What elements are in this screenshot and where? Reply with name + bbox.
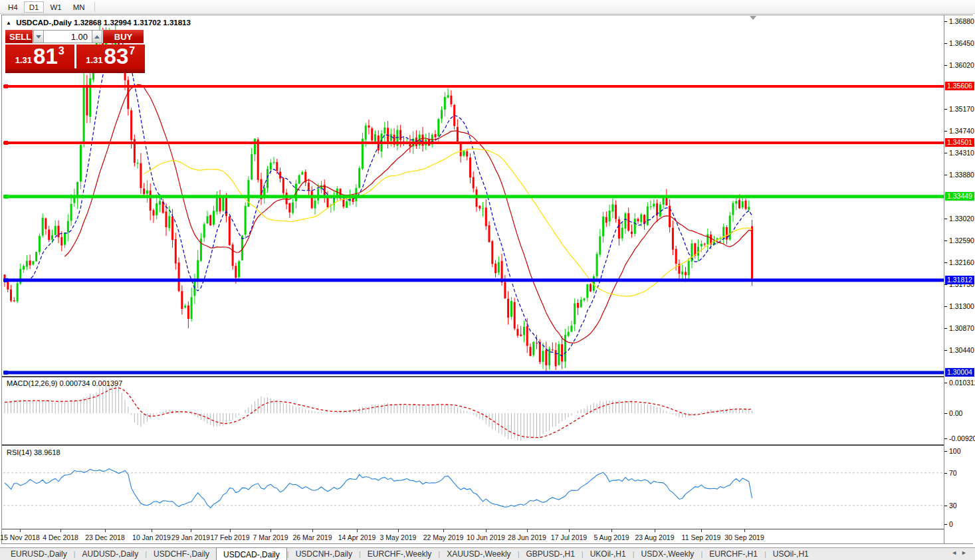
date-label: 28 Jun 2019 (508, 533, 546, 541)
date-label: 7 Mar 2019 (253, 533, 288, 541)
axis-tick (944, 21, 947, 22)
date-tick (60, 529, 61, 532)
axis-tick (944, 131, 947, 132)
axis-tick (944, 262, 947, 263)
axis-tick (944, 328, 947, 329)
price-tag-1.33449: 1.33449 (945, 192, 974, 201)
main-macd-separator[interactable] (2, 376, 973, 377)
axis-tick (944, 219, 947, 219)
tab-eurchf-weekly[interactable]: EURCHF-,Weekly (361, 548, 438, 560)
tab-gbpusd-h1[interactable]: GBPUSD-,H1 (519, 548, 581, 560)
volume-decrease-button[interactable] (33, 30, 44, 43)
tab-eurusd-daily[interactable]: EURUSD-,Daily (4, 548, 74, 560)
horizontal-line-1.31812[interactable] (3, 278, 944, 282)
date-label: 29 Jan 2019 (171, 533, 210, 541)
date-tick (312, 529, 313, 532)
date-tick (20, 529, 21, 532)
sell-button[interactable]: SELL (5, 30, 33, 43)
date-tick (398, 529, 399, 532)
date-label: 23 Dec 2018 (85, 533, 125, 541)
moving-average-20 (65, 84, 752, 343)
price-axis: 1.368801.364501.360201.351701.347401.343… (944, 15, 974, 543)
price-axis-tick-label: 1.30440 (949, 346, 974, 354)
timeframe-button-mn[interactable]: MN (68, 1, 90, 13)
price-axis-tick-label: 1.35170 (949, 105, 974, 113)
tab-usdcnh-daily[interactable]: USDCNH-,Daily (289, 548, 359, 560)
date-tick (357, 529, 358, 532)
chart-tabs-bar: EURUSD-,Daily|AUDUSD-,Daily|USDCHF-,Dail… (0, 547, 975, 560)
macd-axis-label: 0.010311 (949, 379, 975, 387)
volume-input[interactable] (44, 30, 92, 43)
timeframe-toolbar: H4D1W1MN (0, 0, 975, 14)
chart-ohlc-values: 1.32868 1.32994 1.31702 1.31813 (74, 19, 191, 27)
chart-shift-marker-icon[interactable] (750, 16, 756, 20)
rsi-indicator-chart[interactable] (3, 446, 944, 528)
price-tag-1.34501: 1.34501 (945, 138, 974, 147)
timeframe-button-h4[interactable]: H4 (3, 1, 23, 13)
macd-axis-label: 0.00 (949, 409, 962, 417)
price-tag-1.30004: 1.30004 (945, 368, 974, 377)
axis-tick (944, 240, 947, 241)
axis-tick (944, 438, 947, 439)
date-tick (230, 529, 231, 532)
price-axis-tick-label: 1.33020 (949, 215, 974, 223)
date-label: 15 Nov 2018 (0, 533, 40, 541)
horizontal-line-1.34501[interactable] (3, 141, 944, 144)
date-label: 26 Mar 2019 (293, 533, 332, 541)
horizontal-line-1.30004[interactable] (3, 371, 944, 374)
volume-increase-button[interactable] (92, 30, 102, 43)
date-label: 11 Sep 2019 (682, 533, 721, 541)
tab-scroll-left-icon[interactable]: ◄ (951, 549, 961, 556)
timeframe-button-d1[interactable]: D1 (24, 1, 45, 13)
collapse-panel-arrow-icon[interactable]: ▲ (6, 20, 11, 26)
date-label: 10 Jan 2019 (132, 533, 171, 541)
buy-price-big: 83 (104, 47, 129, 66)
one-click-panel-shadow (5, 68, 145, 73)
tab-usdcad-daily[interactable]: USDCAD-,Daily (216, 547, 287, 560)
price-axis-tick-label: 1.36880 (949, 17, 974, 25)
tab-ukoil-h1[interactable]: UKOil-,H1 (584, 548, 633, 560)
macd-indicator-chart[interactable] (3, 377, 944, 444)
price-tag-1.31812: 1.31812 (945, 276, 974, 284)
price-axis-tick-label: 1.30870 (949, 324, 974, 332)
date-tick (191, 529, 191, 532)
tab-audusd-daily[interactable]: AUDUSD-,Daily (76, 548, 146, 560)
toolbar-separator (94, 2, 95, 12)
sell-price-prefix: 1.31 (15, 55, 32, 65)
trading-platform-window: H4D1W1MN 1.368801.364501.360201.351701.3… (0, 0, 975, 560)
tab-usdx-weekly[interactable]: USDX-,Weekly (635, 548, 701, 560)
rsi-axis-label: 30 (949, 502, 957, 510)
price-axis-tick-label: 1.33880 (949, 171, 974, 179)
axis-tick (944, 153, 947, 153)
macd-label: MACD(12,26,9) 0.000734 0.001397 (7, 379, 122, 387)
price-tag-1.35606: 1.35606 (945, 82, 974, 90)
date-label: 4 Dec 2018 (43, 533, 78, 541)
tab-scroll-right-icon[interactable]: ► (961, 549, 971, 556)
tab-eurchf-h1[interactable]: EURCHF-,H1 (703, 548, 764, 560)
tab-usoil-h1[interactable]: USOil-,H1 (766, 548, 815, 560)
macd-axis-label: -0.009203 (949, 434, 975, 442)
buy-price-box[interactable]: 1.31837 (76, 45, 146, 68)
axis-tick (944, 306, 947, 307)
tab-scroll-arrows: ◄► (951, 549, 971, 556)
buy-price-sup: 7 (129, 45, 135, 57)
date-tick (271, 529, 271, 532)
axis-tick (944, 109, 947, 110)
axis-tick (944, 175, 947, 175)
timeframe-button-w1[interactable]: W1 (45, 1, 66, 13)
tab-xauusd-weekly[interactable]: XAUUSD-,Weekly (440, 548, 517, 560)
date-tick (701, 529, 702, 532)
buy-button[interactable]: BUY (102, 30, 144, 43)
date-label: 23 Aug 2019 (635, 533, 675, 541)
macd-rsi-separator[interactable] (2, 444, 973, 446)
price-axis-tick-label: 1.32590 (949, 236, 974, 244)
horizontal-line-1.33449[interactable] (3, 195, 944, 198)
axis-tick (944, 524, 947, 525)
horizontal-line-1.35606[interactable] (3, 85, 944, 88)
tab-usdchf-daily[interactable]: USDCHF-,Daily (147, 548, 216, 560)
date-tick (105, 529, 106, 532)
axis-tick (944, 451, 947, 452)
date-tick (152, 529, 152, 532)
sell-price-box[interactable]: 1.31813 (5, 45, 74, 68)
price-axis-tick-label: 1.31300 (949, 302, 974, 310)
